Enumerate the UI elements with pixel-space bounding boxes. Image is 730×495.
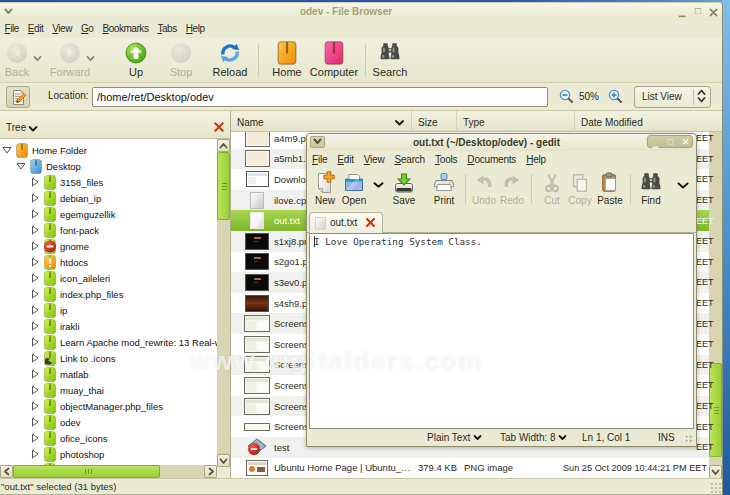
window-menu-icon[interactable] bbox=[310, 136, 325, 148]
column-size[interactable]: Size bbox=[412, 111, 457, 132]
back-dropdown-chevron-icon[interactable] bbox=[33, 54, 42, 64]
copy-button[interactable]: Copy bbox=[563, 171, 597, 206]
print-button[interactable]: Print bbox=[427, 171, 461, 206]
file-row-ubuntu-home-page-ubuntu-125-[interactable]: Ubuntu Home Page | Ubuntu_125...379.4 KB… bbox=[231, 458, 709, 479]
menu-view[interactable]: View bbox=[48, 20, 77, 38]
expander-expanded-icon[interactable] bbox=[2, 145, 12, 155]
resize-grip[interactable] bbox=[685, 435, 694, 444]
gedit-menu-view[interactable]: View bbox=[359, 151, 390, 169]
tree-item-ofice-icons[interactable]: ofice_icons bbox=[0, 430, 217, 446]
expander-collapsed-icon[interactable] bbox=[30, 241, 40, 251]
expander-collapsed-icon[interactable] bbox=[30, 337, 40, 347]
expander-collapsed-icon[interactable] bbox=[30, 369, 40, 379]
toolbar-overflow-chevron-icon[interactable] bbox=[677, 181, 689, 192]
tree-item-matlab[interactable]: matlab bbox=[0, 366, 217, 382]
menu-tabs[interactable]: Tabs bbox=[153, 20, 181, 38]
tree-item-ip[interactable]: ip bbox=[0, 302, 217, 318]
save-button[interactable]: Save bbox=[387, 171, 421, 206]
computer-button[interactable]: Computer bbox=[306, 41, 362, 78]
side-pane-selector[interactable]: Tree bbox=[6, 122, 26, 133]
menu-go[interactable]: Go bbox=[76, 20, 97, 38]
maximize-button[interactable]: □ bbox=[663, 136, 678, 149]
forward-dropdown-chevron-icon[interactable] bbox=[86, 54, 95, 64]
menu-help[interactable]: Help bbox=[181, 20, 209, 38]
scrollbar-thumb[interactable] bbox=[13, 465, 160, 478]
expander-collapsed-icon[interactable] bbox=[30, 225, 40, 235]
tree-item-3158-files[interactable]: 3158_files bbox=[0, 174, 217, 190]
close-button[interactable]: ✕ bbox=[678, 136, 693, 149]
tree-item-htdocs[interactable]: htdocs bbox=[0, 254, 217, 270]
column-date-modified[interactable]: Date Modified bbox=[575, 111, 722, 132]
minimize-button[interactable]: ▁ bbox=[675, 4, 689, 18]
expander-collapsed-icon[interactable] bbox=[30, 321, 40, 331]
expander-collapsed-icon[interactable] bbox=[30, 257, 40, 267]
menu-bookmarks[interactable]: Bookmarks bbox=[98, 20, 153, 38]
gedit-menu-edit[interactable]: Edit bbox=[332, 151, 358, 169]
open-button[interactable]: Open bbox=[337, 171, 371, 206]
close-button[interactable] bbox=[706, 4, 720, 18]
tab-out-txt[interactable]: out.txt bbox=[309, 212, 383, 233]
tree-item-photoshop[interactable]: photoshop bbox=[0, 446, 217, 462]
expander-collapsed-icon[interactable] bbox=[30, 289, 40, 299]
tree-item-font-pack[interactable]: font-pack bbox=[0, 222, 217, 238]
expander-collapsed-icon[interactable] bbox=[30, 273, 40, 283]
gedit-menu-help[interactable]: Help bbox=[521, 151, 551, 169]
expander-collapsed-icon[interactable] bbox=[30, 177, 40, 187]
tree-horizontal-scrollbar[interactable] bbox=[0, 465, 217, 478]
tree-item-learn-apache-mod-rewrite-13-real-work[interactable]: Learn Apache mod_rewrite: 13 Real-work bbox=[0, 334, 217, 350]
tree-item-desktop[interactable]: Desktop bbox=[0, 158, 217, 174]
tree-item-icon-aileleri[interactable]: icon_aileleri bbox=[0, 270, 217, 286]
menu-file[interactable]: File bbox=[0, 20, 23, 38]
reload-button[interactable]: Reload bbox=[202, 41, 258, 78]
tree-item-link-to-icons[interactable]: Link to .icons bbox=[0, 350, 217, 366]
file-browser-titlebar[interactable]: odev - File Browser ▁ □ bbox=[0, 3, 722, 20]
scroll-up-button[interactable] bbox=[217, 139, 230, 152]
column-type[interactable]: Type bbox=[457, 111, 575, 132]
expander-collapsed-icon[interactable] bbox=[30, 385, 40, 395]
tree-item-irakli[interactable]: irakli bbox=[0, 318, 217, 334]
text-editor[interactable]: I Love Operating System Class. bbox=[309, 233, 694, 429]
gedit-menu-tools[interactable]: Tools bbox=[430, 151, 462, 169]
tab-close-button[interactable] bbox=[365, 217, 377, 229]
zoom-out-button[interactable] bbox=[558, 88, 575, 107]
expander-collapsed-icon[interactable] bbox=[30, 433, 40, 443]
gedit-menu-search[interactable]: Search bbox=[389, 151, 430, 169]
tree-item-gnome[interactable]: gnome bbox=[0, 238, 217, 254]
tree-item-odev[interactable]: odev bbox=[0, 414, 217, 430]
expander-expanded-icon[interactable] bbox=[16, 161, 26, 171]
tree-item-home-folder[interactable]: Home Folder bbox=[0, 142, 217, 158]
column-name[interactable]: Name bbox=[231, 111, 412, 132]
menu-edit[interactable]: Edit bbox=[23, 20, 47, 38]
gedit-titlebar[interactable]: out.txt (~/Desktop/odev) - gedit ▁ □ ✕ bbox=[307, 134, 696, 151]
location-input[interactable] bbox=[92, 87, 548, 107]
paste-button[interactable]: Paste bbox=[593, 171, 627, 206]
tree-item-muay-thai[interactable]: muay_thai bbox=[0, 382, 217, 398]
expander-collapsed-icon[interactable] bbox=[30, 305, 40, 315]
minimize-button[interactable]: ▁ bbox=[648, 136, 663, 149]
tree-item-objectmanager-php-files[interactable]: objectManager.php_files bbox=[0, 398, 217, 414]
side-pane-close-button[interactable] bbox=[213, 121, 225, 133]
gedit-menu-documents[interactable]: Documents bbox=[462, 151, 521, 169]
tab-width-selector[interactable]: Tab Width: 8 bbox=[500, 432, 567, 443]
expander-collapsed-icon[interactable] bbox=[30, 449, 40, 459]
stop-button[interactable]: Stop bbox=[153, 41, 209, 78]
side-pane-header[interactable]: Tree bbox=[0, 111, 230, 139]
expander-collapsed-icon[interactable] bbox=[30, 417, 40, 427]
search-button[interactable]: Search bbox=[362, 41, 418, 78]
tree-item-debian-ip[interactable]: debian_ip bbox=[0, 190, 217, 206]
scroll-down-button[interactable] bbox=[217, 454, 230, 467]
find-button[interactable]: Find bbox=[634, 171, 668, 206]
tree-vertical-scrollbar[interactable] bbox=[217, 139, 230, 467]
toggle-location-entry-button[interactable] bbox=[6, 86, 30, 108]
expander-collapsed-icon[interactable] bbox=[30, 353, 40, 363]
redo-button[interactable]: Redo bbox=[495, 171, 529, 206]
tree-item-egemguzellik[interactable]: egemguzellik bbox=[0, 206, 217, 222]
resize-grip[interactable] bbox=[711, 483, 721, 493]
maximize-button[interactable]: □ bbox=[691, 4, 705, 18]
scroll-down-button[interactable] bbox=[709, 465, 722, 479]
scrollbar-thumb[interactable] bbox=[217, 152, 230, 220]
open-dropdown-chevron-icon[interactable] bbox=[373, 181, 384, 191]
scroll-left-button[interactable] bbox=[0, 465, 13, 478]
expander-collapsed-icon[interactable] bbox=[30, 193, 40, 203]
tree-item-index-php-files[interactable]: index.php_files bbox=[0, 286, 217, 302]
